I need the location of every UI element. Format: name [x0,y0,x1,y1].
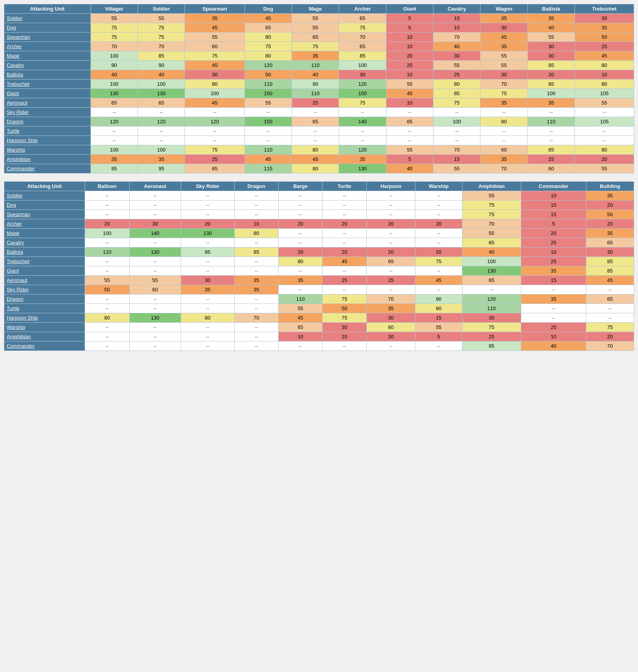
cell-value: -- [575,108,634,117]
row-unit-label[interactable]: Soldier [4,14,91,23]
cell-value: 75 [91,23,138,33]
row-unit-label[interactable]: Ballista [4,70,91,79]
cell-value: 80 [575,61,634,70]
cell-value: 50 [245,70,292,79]
row-unit-label[interactable]: Cavalry [4,61,91,70]
column-header-building: Building [586,182,634,191]
row-unit-label[interactable]: Giant [4,266,85,276]
cell-value: -- [185,108,245,117]
row-unit-label[interactable]: Harpoon Ship [4,136,91,145]
cell-value: -- [129,332,181,341]
cell-value: 95 [138,164,185,173]
cell-value: -- [415,285,462,294]
table-row: Archer203020102020202070520 [4,219,634,229]
row-unit-label[interactable]: Ballista [4,247,85,257]
cell-value: -- [292,126,339,136]
cell-value: 75 [462,323,521,332]
cell-value: -- [521,313,586,323]
row-unit-label[interactable]: Sky Rider [4,108,91,117]
cell-value: 40 [138,70,185,79]
cell-value: -- [415,229,462,238]
cell-value: -- [85,294,130,304]
cell-value: 75 [415,257,462,266]
row-unit-label[interactable]: Sky Rider [4,285,85,294]
row-unit-label[interactable]: Dog [4,23,91,33]
row-unit-label[interactable]: Commander [4,341,85,351]
row-unit-label[interactable]: Dragon [4,117,91,126]
cell-value: -- [181,210,234,219]
row-unit-label[interactable]: Trebuchet [4,257,85,266]
cell-value: -- [245,136,292,145]
cell-value: -- [85,304,130,313]
row-unit-label[interactable]: Dog [4,201,85,210]
cell-value: 45 [185,23,245,33]
table-row: Harpoon Ship---------------------- [4,136,634,145]
row-unit-label[interactable]: Warship [4,323,85,332]
row-unit-label[interactable]: Spearman [4,210,85,219]
cell-value: -- [433,108,480,117]
cell-value: 100 [138,79,185,89]
table-row: Turtle---------------------- [4,126,634,136]
cell-value: 75 [138,23,185,33]
row-unit-label[interactable]: Archer [4,42,91,51]
cell-value: 55 [138,14,185,23]
cell-value: 130 [129,313,181,323]
cell-value: -- [527,108,575,117]
row-unit-label[interactable]: Turtle [4,304,85,313]
cell-value: -- [278,191,322,201]
row-unit-label[interactable]: Trebuchet [4,79,91,89]
cell-value: 100 [138,145,185,155]
cell-value: 85 [339,51,386,61]
cell-value: -- [234,238,278,247]
cell-value: 10 [386,42,433,51]
cell-value: 120 [462,294,521,304]
cell-value: -- [129,266,181,276]
row-unit-label[interactable]: Harpoon Ship [4,313,85,323]
cell-value: 85 [462,238,521,247]
row-unit-label[interactable]: Aeronaut [4,98,91,108]
row-unit-label[interactable]: Amphibian [4,155,91,164]
cell-value: -- [91,108,138,117]
row-unit-label[interactable]: Warship [4,145,91,155]
cell-value: 55 [85,276,130,285]
row-unit-label[interactable]: Aeronaut [4,276,85,285]
cell-value: -- [339,108,386,117]
cell-value: 75 [462,210,521,219]
cell-value: 25 [292,98,339,108]
cell-value: 65 [278,323,322,332]
column-header-aeronaut: Aeronaut [129,182,181,191]
cell-value: -- [575,136,634,145]
cell-value: -- [527,136,575,145]
cell-value: 100 [91,79,138,89]
cell-value: -- [323,341,366,351]
row-unit-label[interactable]: Mage [4,229,85,238]
row-unit-label[interactable]: Amphibian [4,332,85,341]
cell-value: 75 [91,33,138,42]
cell-value: 20 [323,219,366,229]
cell-value: 40 [462,247,521,257]
cell-value: -- [234,304,278,313]
cell-value: 130 [91,89,138,98]
row-unit-label[interactable]: Mage [4,51,91,61]
table-row: Spearman7575558065701070455550 [4,33,634,42]
cell-value: -- [181,304,234,313]
cell-value: 35 [586,191,634,201]
cell-value: 130 [181,229,234,238]
row-unit-label[interactable]: Archer [4,219,85,229]
column-header-giant: Giant [386,4,433,14]
row-unit-label[interactable]: Turtle [4,126,91,136]
row-unit-label[interactable]: Commander [4,164,91,173]
cell-value: -- [323,210,366,219]
cell-value: 80 [415,304,462,313]
cell-value: 55 [480,51,527,61]
cell-value: 65 [386,117,433,126]
cell-value: 65 [339,14,386,23]
row-unit-label[interactable]: Giant [4,89,91,98]
cell-value: 20 [586,332,634,341]
row-unit-label[interactable]: Soldier [4,191,85,201]
row-unit-label[interactable]: Dragon [4,294,85,304]
cell-value: 20 [415,247,462,257]
column-header-dragon: Dragon [234,182,278,191]
row-unit-label[interactable]: Cavalry [4,238,85,247]
row-unit-label[interactable]: Spearman [4,33,91,42]
